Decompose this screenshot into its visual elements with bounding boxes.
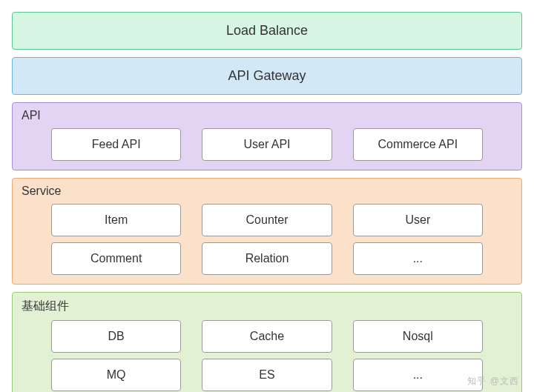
infra-box-db: DB: [51, 320, 181, 353]
service-box-item: Item: [51, 204, 181, 236]
infra-box-more: ...: [353, 359, 483, 391]
service-layer: Service Item Counter User Comment Relati…: [12, 178, 522, 285]
infra-box-mq: MQ: [51, 359, 181, 391]
api-gateway-layer: API Gateway: [12, 57, 522, 95]
api-box-user: User API: [202, 128, 332, 161]
infra-box-es: ES: [202, 359, 332, 391]
api-layer-title: API: [22, 109, 515, 122]
service-box-comment: Comment: [51, 242, 181, 275]
infra-row-1: DB Cache Nosql: [19, 320, 515, 353]
api-row: Feed API User API Commerce API: [19, 128, 515, 161]
api-box-commerce: Commerce API: [353, 128, 483, 161]
api-box-feed: Feed API: [51, 128, 181, 161]
infra-box-nosql: Nosql: [353, 320, 483, 353]
service-layer-title: Service: [22, 185, 515, 198]
service-row-2: Comment Relation ...: [19, 242, 515, 275]
api-gateway-label: API Gateway: [228, 68, 306, 83]
service-box-counter: Counter: [202, 204, 332, 236]
infra-layer: 基础组件 DB Cache Nosql MQ ES ...: [12, 292, 522, 392]
service-box-more: ...: [353, 242, 483, 275]
service-row-1: Item Counter User: [19, 204, 515, 236]
load-balance-layer: Load Balance: [12, 12, 522, 50]
infra-box-cache: Cache: [202, 320, 332, 353]
infra-layer-title: 基础组件: [22, 299, 515, 314]
service-box-user: User: [353, 204, 483, 236]
service-box-relation: Relation: [202, 242, 332, 275]
infra-row-2: MQ ES ...: [19, 359, 515, 391]
load-balance-label: Load Balance: [226, 23, 308, 38]
api-layer: API Feed API User API Commerce API: [12, 102, 522, 170]
